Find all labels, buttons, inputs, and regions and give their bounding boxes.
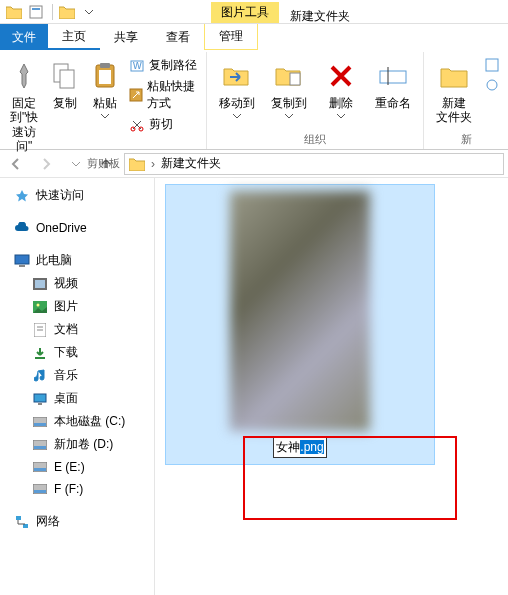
paste-icon — [89, 60, 121, 92]
cut-icon — [129, 117, 145, 133]
shortcut-icon — [129, 87, 143, 103]
filename-edit[interactable]: 女神.png — [273, 437, 326, 458]
tree-quick-access[interactable]: 快速访问 — [0, 184, 154, 207]
filename-ext-selected: .png — [300, 440, 323, 454]
content-pane[interactable]: 女神.png — [155, 178, 508, 595]
easy-access-button[interactable] — [482, 76, 502, 94]
navigation-tree: 快速访问 OneDrive 此电脑 视频 图片 文档 下载 音乐 桌面 本地磁盘… — [0, 178, 155, 595]
rename-button[interactable]: 重命名 — [369, 56, 417, 110]
svg-rect-18 — [19, 265, 25, 267]
new-item-button[interactable] — [482, 56, 502, 74]
copy-to-button[interactable]: 复制到 — [265, 56, 313, 119]
forward-button[interactable] — [34, 152, 58, 176]
svg-rect-12 — [290, 73, 300, 85]
ribbon-tabs: 文件 主页 共享 查看 管理 图片工具 新建文件夹 — [0, 24, 508, 50]
cut-button[interactable]: 剪切 — [127, 115, 200, 134]
pin-icon — [8, 60, 40, 92]
tree-disk-d[interactable]: 新加卷 (D:) — [0, 433, 154, 456]
drive-icon — [32, 437, 48, 453]
picture-icon — [32, 299, 48, 315]
ribbon-group-organize: 移动到 复制到 删除 重命名 组织 — [207, 52, 424, 149]
tab-manage[interactable]: 管理 — [204, 24, 258, 50]
tab-view[interactable]: 查看 — [152, 24, 204, 50]
music-icon — [32, 368, 48, 384]
tree-disk-e[interactable]: E (E:) — [0, 456, 154, 478]
svg-rect-13 — [380, 71, 406, 83]
svg-rect-33 — [34, 468, 46, 471]
svg-rect-35 — [34, 490, 46, 493]
group-label-new: 新 — [461, 130, 472, 149]
tab-share[interactable]: 共享 — [100, 24, 152, 50]
svg-rect-29 — [34, 423, 46, 426]
tree-desktop[interactable]: 桌面 — [0, 387, 154, 410]
tree-pictures[interactable]: 图片 — [0, 295, 154, 318]
tree-network[interactable]: 网络 — [0, 510, 154, 533]
recent-dropdown[interactable] — [64, 152, 88, 176]
svg-rect-27 — [38, 403, 42, 405]
properties-icon[interactable] — [26, 2, 46, 22]
back-button[interactable] — [4, 152, 28, 176]
move-to-button[interactable]: 移动到 — [213, 56, 261, 119]
copy-button[interactable]: 复制 — [46, 56, 82, 110]
pin-to-quick-access-button[interactable]: 固定到"快 速访问" — [6, 56, 42, 154]
paste-shortcut-button[interactable]: 粘贴快捷方式 — [127, 77, 200, 113]
dropdown-icon[interactable] — [79, 2, 99, 22]
tree-disk-c[interactable]: 本地磁盘 (C:) — [0, 410, 154, 433]
folder-icon[interactable] — [57, 2, 77, 22]
ribbon: 固定到"快 速访问" 复制 粘贴 w 复制路径 粘贴快捷方式 — [0, 50, 508, 150]
contextual-group-label: 图片工具 — [211, 2, 279, 23]
tree-documents[interactable]: 文档 — [0, 318, 154, 341]
document-icon — [32, 322, 48, 338]
tree-this-pc[interactable]: 此电脑 — [0, 249, 154, 272]
nav-bar: › 新建文件夹 — [0, 150, 508, 178]
copy-path-button[interactable]: w 复制路径 — [127, 56, 200, 75]
filename-base: 女神 — [276, 440, 300, 454]
svg-rect-1 — [32, 8, 40, 10]
new-item-icon — [484, 57, 500, 73]
folder-icon — [129, 157, 145, 171]
tree-disk-f[interactable]: F (F:) — [0, 478, 154, 500]
tree-onedrive[interactable]: OneDrive — [0, 217, 154, 239]
new-folder-icon — [438, 60, 470, 92]
up-button[interactable] — [94, 152, 118, 176]
svg-rect-20 — [35, 280, 45, 288]
address-bar[interactable]: › 新建文件夹 — [124, 153, 504, 175]
drive-icon — [32, 414, 48, 430]
easy-access-icon — [484, 77, 500, 93]
moveto-icon — [221, 60, 253, 92]
svg-rect-15 — [486, 59, 498, 71]
main-area: 快速访问 OneDrive 此电脑 视频 图片 文档 下载 音乐 桌面 本地磁盘… — [0, 178, 508, 595]
tab-home[interactable]: 主页 — [48, 24, 100, 50]
desktop-icon — [32, 391, 48, 407]
copy-icon — [49, 60, 81, 92]
tab-file[interactable]: 文件 — [0, 24, 48, 50]
group-label-organize: 组织 — [304, 130, 326, 149]
window-title: 新建文件夹 — [290, 8, 350, 25]
copypath-icon: w — [129, 58, 145, 74]
svg-point-16 — [487, 80, 497, 90]
svg-rect-37 — [23, 524, 28, 528]
tree-videos[interactable]: 视频 — [0, 272, 154, 295]
network-icon — [14, 514, 30, 530]
svg-rect-17 — [15, 255, 29, 264]
chevron-down-icon — [233, 114, 241, 119]
chevron-right-icon: › — [151, 157, 155, 171]
chevron-down-icon — [101, 114, 109, 119]
delete-button[interactable]: 删除 — [317, 56, 365, 119]
rename-icon — [377, 60, 409, 92]
new-folder-button[interactable]: 新建 文件夹 — [430, 56, 478, 125]
star-icon — [14, 188, 30, 204]
folder-icon[interactable] — [4, 2, 24, 22]
chevron-down-icon — [337, 114, 345, 119]
paste-button[interactable]: 粘贴 — [87, 56, 123, 119]
file-thumbnail-selected[interactable]: 女神.png — [165, 184, 435, 465]
tree-downloads[interactable]: 下载 — [0, 341, 154, 364]
ribbon-group-clipboard: 固定到"快 速访问" 复制 粘贴 w 复制路径 粘贴快捷方式 — [0, 52, 207, 149]
drive-icon — [32, 459, 48, 475]
tree-music[interactable]: 音乐 — [0, 364, 154, 387]
svg-point-22 — [37, 303, 40, 306]
download-icon — [32, 345, 48, 361]
svg-rect-5 — [100, 63, 110, 68]
breadcrumb-item[interactable]: 新建文件夹 — [161, 155, 221, 172]
svg-rect-3 — [60, 70, 74, 88]
